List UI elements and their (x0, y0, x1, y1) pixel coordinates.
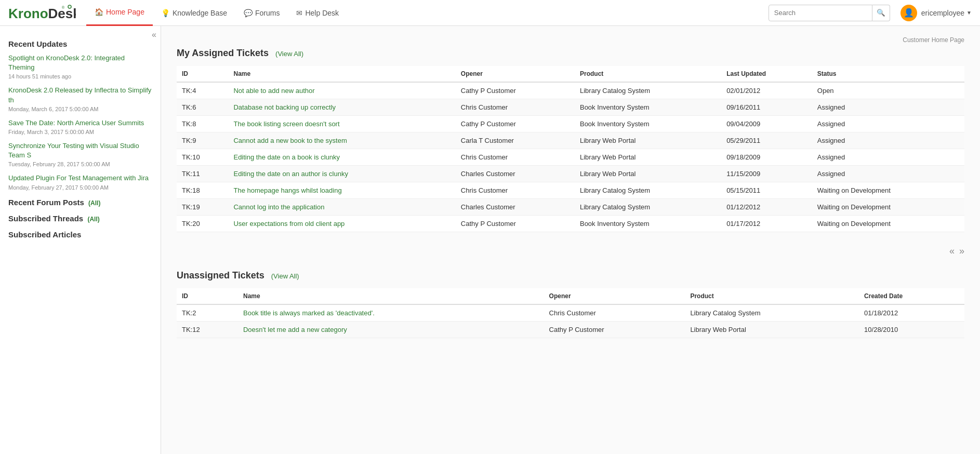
ticket-name-link[interactable]: The homepage hangs whilst loading (233, 186, 341, 194)
recent-update-time: Monday, March 6, 2017 5:00:00 AM (8, 106, 152, 112)
user-menu[interactable]: 👤 ericemployee ▼ (900, 5, 972, 21)
col-product: Product (685, 288, 859, 304)
recent-update-link[interactable]: Spotlight on KronoDesk 2.0: Integrated T… (8, 54, 152, 72)
assigned-tickets-pagination: « » (177, 243, 964, 260)
recent-update-link[interactable]: Updated Plugin For Test Management with … (8, 173, 152, 183)
unassigned-tickets-body: TK:2 Book title is always marked as 'dea… (177, 304, 964, 338)
ticket-status: Waiting on Development (812, 199, 964, 216)
col-id: ID (177, 288, 238, 304)
ticket-name-link[interactable]: Editing the date on a book is clunky (233, 153, 340, 161)
ticket-name: Editing the date on an author is clunky (228, 166, 455, 182)
forums-icon: 💬 (244, 9, 253, 17)
ticket-name-link[interactable]: Editing the date on an author is clunky (233, 170, 348, 178)
ticket-last-updated: 01/12/2012 (721, 199, 812, 216)
prev-page-button[interactable]: « (949, 246, 955, 256)
table-row: TK:20 User expectations from old client … (177, 216, 964, 232)
ticket-name: The homepage hangs whilst loading (228, 182, 455, 199)
home-icon: 🏠 (95, 8, 103, 16)
col-id: ID (177, 66, 228, 82)
ticket-opener: Charles Customer (456, 199, 575, 216)
sidebar-collapse-button[interactable]: « (152, 30, 156, 39)
ticket-last-updated: 09/04/2009 (721, 116, 812, 132)
ticket-opener: Cathy P Customer (456, 216, 575, 232)
ticket-status: Waiting on Development (812, 182, 964, 199)
logo[interactable]: KronoDesk ® (8, 4, 76, 22)
nav-knowledge[interactable]: 💡 Knowledge Base (153, 0, 235, 26)
ticket-name-link[interactable]: Cannot log into the application (233, 203, 324, 211)
ticket-status: Assigned (812, 149, 964, 166)
recent-forum-all-badge[interactable]: (All) (88, 199, 100, 207)
ticket-last-updated: 09/18/2009 (721, 149, 812, 166)
ticket-name: Cannot log into the application (228, 199, 455, 216)
ticket-opener: Cathy P Customer (544, 322, 685, 338)
ticket-product: Book Inventory System (575, 216, 721, 232)
ticket-name: Book title is always marked as 'deactiva… (238, 304, 544, 322)
search-button[interactable]: 🔍 (872, 5, 890, 21)
ticket-id: TK:18 (177, 182, 228, 199)
main-nav: 🏠 Home Page 💡 Knowledge Base 💬 Forums ✉ … (86, 0, 769, 26)
ticket-name-link[interactable]: The book listing screen doesn't sort (233, 120, 339, 128)
ticket-last-updated: 09/16/2011 (721, 99, 812, 116)
assigned-tickets-view-all[interactable]: (View All) (275, 50, 303, 58)
nav-home[interactable]: 🏠 Home Page (86, 0, 153, 26)
subscribed-threads-all-badge[interactable]: (All) (87, 216, 99, 223)
recent-update-link[interactable]: KronoDesk 2.0 Released by Inflectra to S… (8, 86, 152, 104)
ticket-name: Doesn't let me add a new category (238, 322, 544, 338)
ticket-opener: Chris Customer (544, 304, 685, 322)
next-page-button[interactable]: » (959, 246, 964, 256)
ticket-opener: Cathy P Customer (456, 116, 575, 132)
ticket-last-updated: 05/29/2011 (721, 132, 812, 149)
recent-update-item: Save The Date: North America User Summit… (8, 118, 152, 135)
ticket-id: TK:4 (177, 82, 228, 99)
ticket-id: TK:9 (177, 132, 228, 149)
ticket-name-link[interactable]: User expectations from old client app (233, 220, 345, 228)
nav-helpdesk[interactable]: ✉ Help Desk (288, 0, 347, 26)
assigned-tickets-header: My Assigned Tickets (View All) (177, 48, 964, 59)
recent-update-item: Updated Plugin For Test Management with … (8, 173, 152, 190)
ticket-product: Library Catalog System (575, 82, 721, 99)
col-opener: Opener (544, 288, 685, 304)
ticket-status: Assigned (812, 132, 964, 149)
recent-update-item: KronoDesk 2.0 Released by Inflectra to S… (8, 86, 152, 112)
section-divider (177, 260, 964, 270)
ticket-name: Database not backing up correctly (228, 99, 455, 116)
col-created-date: Created Date (859, 288, 964, 304)
ticket-name-link[interactable]: Book title is always marked as 'deactiva… (243, 309, 375, 317)
knowledge-icon: 💡 (161, 9, 170, 17)
ticket-status: Assigned (812, 166, 964, 182)
assigned-tickets-table: ID Name Opener Product Last Updated Stat… (177, 66, 964, 232)
ticket-name-link[interactable]: Cannot add a new book to the system (233, 137, 347, 144)
assigned-tickets-body: TK:4 Not able to add new author Cathy P … (177, 82, 964, 232)
recent-update-link[interactable]: Save The Date: North America User Summit… (8, 118, 152, 128)
ticket-last-updated: 05/15/2011 (721, 182, 812, 199)
search-input[interactable] (769, 5, 872, 21)
table-row: TK:18 The homepage hangs whilst loading … (177, 182, 964, 199)
ticket-status: Assigned (812, 116, 964, 132)
col-opener: Opener (456, 66, 575, 82)
ticket-name: User expectations from old client app (228, 216, 455, 232)
ticket-status: Open (812, 82, 964, 99)
recent-update-link[interactable]: Synchronize Your Testing with Visual Stu… (8, 141, 152, 160)
ticket-id: TK:20 (177, 216, 228, 232)
subscribed-articles-title: Subscribed Articles (8, 230, 152, 239)
recent-update-item: Synchronize Your Testing with Visual Stu… (8, 141, 152, 167)
nav-forums[interactable]: 💬 Forums (235, 0, 288, 26)
recent-update-time: 14 hours 51 minutes ago (8, 73, 152, 79)
ticket-created-date: 01/18/2012 (859, 304, 964, 322)
ticket-opener: Cathy P Customer (456, 82, 575, 99)
recent-update-time: Tuesday, February 28, 2017 5:00:00 AM (8, 161, 152, 167)
ticket-id: TK:12 (177, 322, 238, 338)
ticket-name-link[interactable]: Not able to add new author (233, 87, 314, 95)
unassigned-tickets-header-row: ID Name Opener Product Created Date (177, 288, 964, 304)
breadcrumb: Customer Home Page (177, 36, 964, 44)
ticket-id: TK:8 (177, 116, 228, 132)
recent-update-time: Monday, February 27, 2017 5:00:00 AM (8, 184, 152, 191)
ticket-last-updated: 01/17/2012 (721, 216, 812, 232)
ticket-product: Library Web Portal (685, 322, 859, 338)
col-name: Name (228, 66, 455, 82)
ticket-name-link[interactable]: Doesn't let me add a new category (243, 326, 347, 333)
unassigned-tickets-view-all[interactable]: (View All) (271, 272, 299, 280)
ticket-name-link[interactable]: Database not backing up correctly (233, 103, 336, 111)
table-row: TK:2 Book title is always marked as 'dea… (177, 304, 964, 322)
assigned-tickets-thead: ID Name Opener Product Last Updated Stat… (177, 66, 964, 82)
